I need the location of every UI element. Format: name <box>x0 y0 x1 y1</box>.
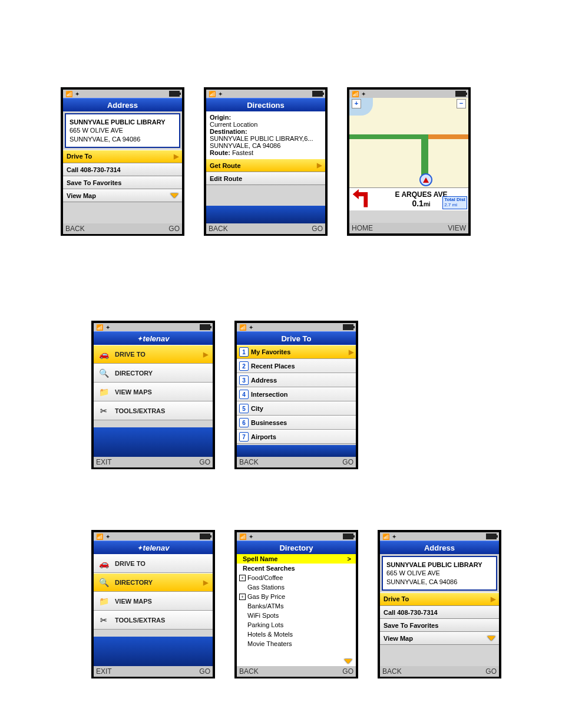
battery-icon <box>169 91 180 97</box>
row-label: View Map <box>384 635 413 642</box>
origin-value: Current Location <box>210 121 322 128</box>
arrow-right-icon: ▶ <box>174 153 178 160</box>
softkey-right[interactable]: GO <box>199 667 210 676</box>
softkey-left[interactable]: BACK <box>239 458 259 466</box>
save-favorites-row[interactable]: Save To Favorites <box>63 176 182 189</box>
softkey-right[interactable]: GO <box>342 458 353 466</box>
cat-gas-stations[interactable]: Gas Stations <box>237 582 356 592</box>
arrow-right-icon: ▶ <box>491 595 495 603</box>
content-area: Spell Name > Recent Searches +Food/Coffe… <box>237 554 356 666</box>
cat-banks-atms[interactable]: Banks/ATMs <box>237 601 356 611</box>
place-name: SUNNYVALE PUBLIC LIBRARY <box>386 561 492 569</box>
spell-name-row[interactable]: Spell Name > <box>237 554 356 564</box>
cat-parking-lots[interactable]: Parking Lots <box>237 620 356 630</box>
softkey-bar: BACK GO <box>380 666 499 677</box>
list-intersection[interactable]: 4Intersection <box>237 387 356 401</box>
row-label: Spell Name <box>243 555 277 562</box>
cat-food-coffee[interactable]: +Food/Coffee <box>237 573 356 582</box>
softkey-left[interactable]: BACK <box>382 667 402 676</box>
gps-icon: ✦ <box>218 91 223 97</box>
list-airports[interactable]: 7Airports <box>237 430 356 444</box>
arrow-down-icon <box>344 659 352 664</box>
map-canvas[interactable]: + − <box>349 98 468 188</box>
cat-movie-theaters[interactable]: Movie Theaters <box>237 639 356 648</box>
list-my-favorites[interactable]: 1My Favorites ▶ <box>237 345 356 359</box>
title-text: Drive To <box>281 334 311 343</box>
screen-address-2: 📶 ✦ Address SUNNYVALE PUBLIC LIBRARY 665… <box>378 530 501 678</box>
view-maps-menu[interactable]: 📁 VIEW MAPS <box>94 383 213 401</box>
content-area: Origin: Current Location Destination: SU… <box>206 111 325 223</box>
title-text: Address <box>424 543 455 552</box>
status-bar: 📶 ✦ <box>237 323 356 331</box>
cat-label: Banks/ATMs <box>247 602 284 610</box>
plus-icon: + <box>239 594 246 600</box>
numbox: 1 <box>239 347 249 357</box>
drive-to-menu[interactable]: 🚗 DRIVE TO ▶ <box>94 345 213 364</box>
softkey-left[interactable]: HOME <box>352 224 373 232</box>
row-label: Call 408-730-7314 <box>384 609 438 616</box>
menu-label: DRIVE TO <box>115 560 146 567</box>
tools-extras-menu[interactable]: ✂ TOOLS/EXTRAS <box>94 401 213 420</box>
view-maps-menu[interactable]: 📁 VIEW MAPS <box>94 592 213 611</box>
softkey-right[interactable]: GO <box>199 458 210 466</box>
row-label: Drive To <box>384 595 409 602</box>
drive-to-row[interactable]: Drive To ▶ <box>380 592 499 606</box>
list-businesses[interactable]: 6Businesses <box>237 416 356 430</box>
row-label: Save To Favorites <box>384 622 438 629</box>
zoom-in-button[interactable]: + <box>352 99 361 108</box>
softkey-left[interactable]: EXIT <box>96 667 112 676</box>
battery-icon <box>200 533 210 539</box>
list-city[interactable]: 5City <box>237 401 356 416</box>
turn-left-icon <box>352 189 372 209</box>
screen-drive-to-list: 📶 ✦ Drive To 1My Favorites ▶ 2Recent Pla… <box>234 321 358 469</box>
gps-icon: ✦ <box>249 324 253 331</box>
screen-telenav-directory: 📶 ✦ ✦telenav 🚗 DRIVE TO 🔍 DIRECTORY ▶ 📁 … <box>91 530 215 678</box>
numbox: 3 <box>239 375 249 385</box>
battery-icon <box>200 324 210 330</box>
directory-menu[interactable]: 🔍 DIRECTORY <box>94 364 213 383</box>
blue-footer <box>94 427 213 457</box>
softkey-left[interactable]: BACK <box>239 667 259 676</box>
softkey-right[interactable]: GO <box>312 225 323 233</box>
softkey-right[interactable]: GO <box>342 667 353 676</box>
zoom-out-button[interactable]: − <box>457 99 466 108</box>
address-line2: SUNNYVALE, CA 94086 <box>70 135 176 143</box>
cat-gas-by-price[interactable]: +Gas By Price <box>237 592 356 601</box>
recent-searches-row[interactable]: Recent Searches <box>237 564 356 573</box>
gps-icon: ✦ <box>105 324 110 331</box>
directory-menu[interactable]: 🔍 DIRECTORY ▶ <box>94 573 213 592</box>
screen-directions: 📶 ✦ Directions Origin: Current Location … <box>204 87 328 236</box>
edit-route-row[interactable]: Edit Route <box>206 172 325 185</box>
save-favorites-row[interactable]: Save To Favorites <box>380 619 499 632</box>
softkey-right[interactable]: GO <box>485 667 497 676</box>
current-position-icon <box>419 173 432 186</box>
view-map-row[interactable]: View Map <box>63 189 182 202</box>
list-address[interactable]: 3Address <box>237 373 356 387</box>
drive-to-menu[interactable]: 🚗 DRIVE TO <box>94 554 213 573</box>
cat-hotels-motels[interactable]: Hotels & Motels <box>237 630 356 639</box>
softkey-left[interactable]: EXIT <box>96 458 112 466</box>
title-text: Directory <box>279 543 313 552</box>
call-row[interactable]: Call 408-730-7314 <box>380 606 499 619</box>
call-row[interactable]: Call 408-730-7314 <box>63 163 182 176</box>
row-label: Drive To <box>67 153 92 160</box>
tools-extras-menu[interactable]: ✂ TOOLS/EXTRAS <box>94 611 213 630</box>
drive-to-row[interactable]: Drive To ▶ <box>63 150 182 163</box>
softkey-left[interactable]: BACK <box>65 225 85 233</box>
content-area: 🚗 DRIVE TO 🔍 DIRECTORY ▶ 📁 VIEW MAPS ✂ T… <box>94 554 213 666</box>
get-route-row[interactable]: Get Route ▶ <box>206 159 325 172</box>
cat-wifi-spots[interactable]: WiFi Spots <box>237 611 356 620</box>
map-info-bar: E ARQUES AVE 0.1mi Total Dist 2.7 mi <box>349 188 468 210</box>
origin-label: Origin: <box>210 114 231 121</box>
softkey-left[interactable]: BACK <box>209 225 228 233</box>
softkey-bar: HOME VIEW <box>349 223 468 233</box>
view-map-row[interactable]: View Map <box>380 632 499 645</box>
status-bar: 📶 ✦ <box>206 90 325 98</box>
search-icon: 🔍 <box>98 368 109 378</box>
directory-list: Spell Name > Recent Searches +Food/Coffe… <box>237 554 356 666</box>
title-bar: Directory <box>237 541 356 554</box>
list-recent-places[interactable]: 2Recent Places <box>237 359 356 373</box>
softkey-right[interactable]: GO <box>168 225 180 233</box>
softkey-right[interactable]: VIEW <box>448 224 466 232</box>
cat-label: Gas Stations <box>247 584 285 591</box>
